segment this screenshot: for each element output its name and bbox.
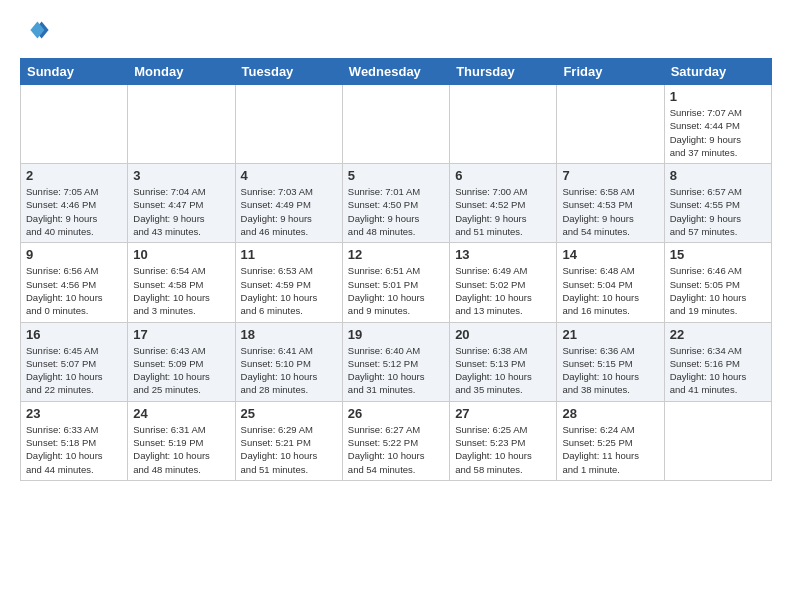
calendar-cell: 9Sunrise: 6:56 AM Sunset: 4:56 PM Daylig… [21, 243, 128, 322]
calendar-cell: 12Sunrise: 6:51 AM Sunset: 5:01 PM Dayli… [342, 243, 449, 322]
day-number: 9 [26, 247, 122, 262]
calendar-header-tuesday: Tuesday [235, 59, 342, 85]
day-info: Sunrise: 6:57 AM Sunset: 4:55 PM Dayligh… [670, 185, 766, 238]
day-info: Sunrise: 6:41 AM Sunset: 5:10 PM Dayligh… [241, 344, 337, 397]
calendar-week-3: 9Sunrise: 6:56 AM Sunset: 4:56 PM Daylig… [21, 243, 772, 322]
calendar-cell: 23Sunrise: 6:33 AM Sunset: 5:18 PM Dayli… [21, 401, 128, 480]
calendar-header-row: SundayMondayTuesdayWednesdayThursdayFrid… [21, 59, 772, 85]
calendar-week-4: 16Sunrise: 6:45 AM Sunset: 5:07 PM Dayli… [21, 322, 772, 401]
day-info: Sunrise: 6:38 AM Sunset: 5:13 PM Dayligh… [455, 344, 551, 397]
calendar-header-wednesday: Wednesday [342, 59, 449, 85]
calendar-header-friday: Friday [557, 59, 664, 85]
calendar-cell [557, 85, 664, 164]
day-info: Sunrise: 6:36 AM Sunset: 5:15 PM Dayligh… [562, 344, 658, 397]
calendar-cell: 21Sunrise: 6:36 AM Sunset: 5:15 PM Dayli… [557, 322, 664, 401]
day-number: 16 [26, 327, 122, 342]
day-number: 15 [670, 247, 766, 262]
day-number: 7 [562, 168, 658, 183]
day-number: 8 [670, 168, 766, 183]
day-number: 13 [455, 247, 551, 262]
calendar-cell: 10Sunrise: 6:54 AM Sunset: 4:58 PM Dayli… [128, 243, 235, 322]
day-info: Sunrise: 7:03 AM Sunset: 4:49 PM Dayligh… [241, 185, 337, 238]
day-number: 2 [26, 168, 122, 183]
calendar-cell: 5Sunrise: 7:01 AM Sunset: 4:50 PM Daylig… [342, 164, 449, 243]
day-number: 25 [241, 406, 337, 421]
calendar-week-2: 2Sunrise: 7:05 AM Sunset: 4:46 PM Daylig… [21, 164, 772, 243]
calendar-cell: 13Sunrise: 6:49 AM Sunset: 5:02 PM Dayli… [450, 243, 557, 322]
day-number: 10 [133, 247, 229, 262]
calendar-cell: 25Sunrise: 6:29 AM Sunset: 5:21 PM Dayli… [235, 401, 342, 480]
day-number: 19 [348, 327, 444, 342]
day-number: 5 [348, 168, 444, 183]
day-number: 24 [133, 406, 229, 421]
calendar-cell [21, 85, 128, 164]
calendar-cell: 3Sunrise: 7:04 AM Sunset: 4:47 PM Daylig… [128, 164, 235, 243]
calendar-cell: 14Sunrise: 6:48 AM Sunset: 5:04 PM Dayli… [557, 243, 664, 322]
day-info: Sunrise: 7:05 AM Sunset: 4:46 PM Dayligh… [26, 185, 122, 238]
calendar-header-monday: Monday [128, 59, 235, 85]
day-number: 23 [26, 406, 122, 421]
day-info: Sunrise: 6:43 AM Sunset: 5:09 PM Dayligh… [133, 344, 229, 397]
calendar-cell: 27Sunrise: 6:25 AM Sunset: 5:23 PM Dayli… [450, 401, 557, 480]
day-info: Sunrise: 6:34 AM Sunset: 5:16 PM Dayligh… [670, 344, 766, 397]
page: SundayMondayTuesdayWednesdayThursdayFrid… [0, 0, 792, 491]
day-info: Sunrise: 7:01 AM Sunset: 4:50 PM Dayligh… [348, 185, 444, 238]
calendar-cell: 26Sunrise: 6:27 AM Sunset: 5:22 PM Dayli… [342, 401, 449, 480]
calendar: SundayMondayTuesdayWednesdayThursdayFrid… [20, 58, 772, 481]
day-info: Sunrise: 6:24 AM Sunset: 5:25 PM Dayligh… [562, 423, 658, 476]
calendar-cell [342, 85, 449, 164]
day-number: 4 [241, 168, 337, 183]
calendar-cell: 19Sunrise: 6:40 AM Sunset: 5:12 PM Dayli… [342, 322, 449, 401]
day-number: 22 [670, 327, 766, 342]
logo-icon [22, 16, 50, 44]
calendar-cell: 4Sunrise: 7:03 AM Sunset: 4:49 PM Daylig… [235, 164, 342, 243]
calendar-cell: 7Sunrise: 6:58 AM Sunset: 4:53 PM Daylig… [557, 164, 664, 243]
day-number: 11 [241, 247, 337, 262]
calendar-week-1: 1Sunrise: 7:07 AM Sunset: 4:44 PM Daylig… [21, 85, 772, 164]
calendar-cell: 17Sunrise: 6:43 AM Sunset: 5:09 PM Dayli… [128, 322, 235, 401]
day-number: 21 [562, 327, 658, 342]
day-info: Sunrise: 6:54 AM Sunset: 4:58 PM Dayligh… [133, 264, 229, 317]
day-info: Sunrise: 6:33 AM Sunset: 5:18 PM Dayligh… [26, 423, 122, 476]
calendar-cell: 28Sunrise: 6:24 AM Sunset: 5:25 PM Dayli… [557, 401, 664, 480]
day-number: 6 [455, 168, 551, 183]
day-number: 18 [241, 327, 337, 342]
calendar-cell: 20Sunrise: 6:38 AM Sunset: 5:13 PM Dayli… [450, 322, 557, 401]
day-number: 1 [670, 89, 766, 104]
calendar-cell: 1Sunrise: 7:07 AM Sunset: 4:44 PM Daylig… [664, 85, 771, 164]
calendar-cell [450, 85, 557, 164]
calendar-cell: 11Sunrise: 6:53 AM Sunset: 4:59 PM Dayli… [235, 243, 342, 322]
day-info: Sunrise: 6:58 AM Sunset: 4:53 PM Dayligh… [562, 185, 658, 238]
day-info: Sunrise: 6:27 AM Sunset: 5:22 PM Dayligh… [348, 423, 444, 476]
day-info: Sunrise: 6:49 AM Sunset: 5:02 PM Dayligh… [455, 264, 551, 317]
day-number: 3 [133, 168, 229, 183]
calendar-cell: 15Sunrise: 6:46 AM Sunset: 5:05 PM Dayli… [664, 243, 771, 322]
day-info: Sunrise: 6:53 AM Sunset: 4:59 PM Dayligh… [241, 264, 337, 317]
calendar-cell [664, 401, 771, 480]
day-info: Sunrise: 6:46 AM Sunset: 5:05 PM Dayligh… [670, 264, 766, 317]
calendar-cell: 6Sunrise: 7:00 AM Sunset: 4:52 PM Daylig… [450, 164, 557, 243]
day-number: 12 [348, 247, 444, 262]
day-info: Sunrise: 7:00 AM Sunset: 4:52 PM Dayligh… [455, 185, 551, 238]
day-number: 17 [133, 327, 229, 342]
day-info: Sunrise: 6:45 AM Sunset: 5:07 PM Dayligh… [26, 344, 122, 397]
calendar-cell: 18Sunrise: 6:41 AM Sunset: 5:10 PM Dayli… [235, 322, 342, 401]
logo [20, 16, 50, 48]
day-info: Sunrise: 6:48 AM Sunset: 5:04 PM Dayligh… [562, 264, 658, 317]
day-info: Sunrise: 6:40 AM Sunset: 5:12 PM Dayligh… [348, 344, 444, 397]
day-info: Sunrise: 6:51 AM Sunset: 5:01 PM Dayligh… [348, 264, 444, 317]
day-number: 26 [348, 406, 444, 421]
calendar-cell: 2Sunrise: 7:05 AM Sunset: 4:46 PM Daylig… [21, 164, 128, 243]
header [20, 16, 772, 48]
day-number: 14 [562, 247, 658, 262]
calendar-header-saturday: Saturday [664, 59, 771, 85]
calendar-cell [235, 85, 342, 164]
day-number: 20 [455, 327, 551, 342]
day-number: 28 [562, 406, 658, 421]
calendar-cell: 22Sunrise: 6:34 AM Sunset: 5:16 PM Dayli… [664, 322, 771, 401]
calendar-cell [128, 85, 235, 164]
calendar-cell: 16Sunrise: 6:45 AM Sunset: 5:07 PM Dayli… [21, 322, 128, 401]
day-info: Sunrise: 7:07 AM Sunset: 4:44 PM Dayligh… [670, 106, 766, 159]
calendar-header-thursday: Thursday [450, 59, 557, 85]
calendar-cell: 24Sunrise: 6:31 AM Sunset: 5:19 PM Dayli… [128, 401, 235, 480]
